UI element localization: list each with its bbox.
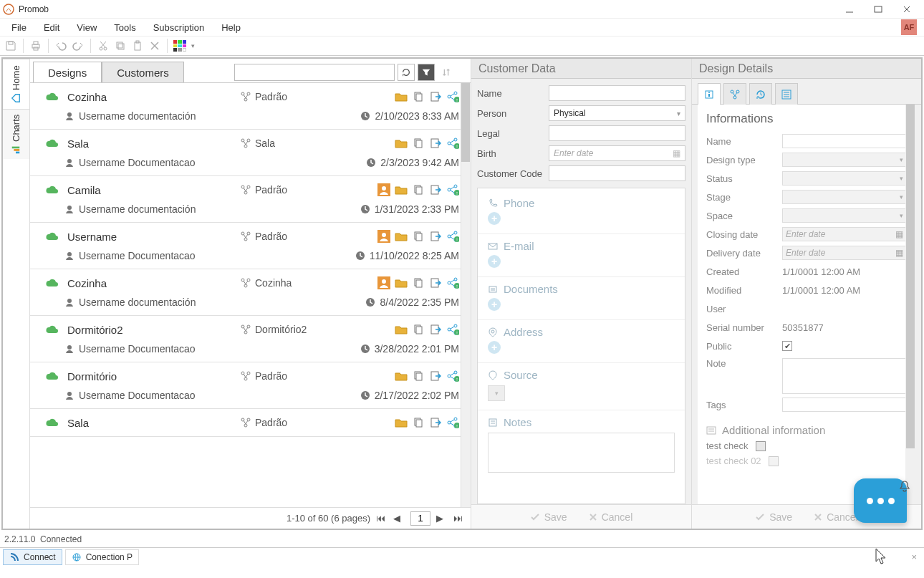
- d-field-type[interactable]: [782, 153, 907, 167]
- copy-page-icon[interactable]: [412, 230, 425, 243]
- pager-next[interactable]: ▶: [436, 513, 448, 524]
- bottom-close-button[interactable]: ×: [907, 551, 921, 562]
- customer-cancel-button[interactable]: Cancel: [589, 511, 633, 523]
- menu-help[interactable]: Help: [213, 19, 249, 36]
- folder-icon[interactable]: [395, 323, 408, 336]
- share-icon[interactable]: ↑: [446, 416, 459, 429]
- add-phone-button[interactable]: +: [488, 212, 501, 225]
- d-field-tags[interactable]: [782, 398, 907, 412]
- menu-tools[interactable]: Tools: [105, 19, 144, 36]
- side-tab-charts[interactable]: Charts: [3, 109, 29, 159]
- color-palette-icon[interactable]: [172, 38, 188, 54]
- share-icon[interactable]: ↑: [446, 276, 459, 289]
- design-item[interactable]: SalaPadrão↑: [30, 409, 471, 437]
- export-icon[interactable]: [429, 230, 442, 243]
- export-icon[interactable]: [429, 370, 442, 382]
- bell-icon[interactable]: [898, 480, 911, 493]
- folder-icon[interactable]: [395, 90, 408, 103]
- details-tab-history[interactable]: [749, 83, 772, 105]
- pager-last[interactable]: ⏭: [453, 513, 465, 524]
- design-item[interactable]: CamilaPadrão↑Username documentación1/31/…: [30, 176, 471, 223]
- design-item[interactable]: UsernamePadrão↑Username Documentacao11/1…: [30, 223, 471, 269]
- design-item[interactable]: CozinhaPadrão↑Username documentación2/10…: [30, 83, 471, 130]
- pager-first[interactable]: ⏮: [376, 513, 388, 524]
- dropdown-icon[interactable]: ▾: [189, 38, 196, 54]
- export-icon[interactable]: [429, 90, 442, 103]
- copy-page-icon[interactable]: [412, 323, 425, 336]
- add-address-button[interactable]: +: [488, 341, 501, 354]
- folder-icon[interactable]: [395, 183, 408, 196]
- export-icon[interactable]: [429, 137, 442, 150]
- check-2-box[interactable]: [769, 456, 779, 466]
- d-field-closing[interactable]: Enter date: [782, 227, 907, 241]
- menu-subscription[interactable]: Subscription: [145, 19, 213, 36]
- source-select[interactable]: ▾: [488, 385, 505, 401]
- window-minimize-button[interactable]: [835, 1, 864, 18]
- copy-page-icon[interactable]: [412, 416, 425, 429]
- share-icon[interactable]: ↑: [446, 230, 459, 243]
- delete-icon[interactable]: [147, 38, 163, 54]
- menu-file[interactable]: File: [3, 19, 35, 36]
- window-maximize-button[interactable]: [864, 1, 892, 18]
- field-name[interactable]: [549, 85, 685, 101]
- folder-icon[interactable]: [395, 276, 408, 289]
- undo-icon[interactable]: [53, 38, 69, 54]
- list-scrollbar[interactable]: [461, 83, 471, 507]
- customer-save-button[interactable]: Save: [530, 511, 567, 523]
- pager-page-input[interactable]: [410, 511, 430, 526]
- user-avatar[interactable]: AF: [901, 19, 917, 35]
- notes-textarea[interactable]: [488, 433, 675, 473]
- field-legal[interactable]: [549, 125, 685, 141]
- tab-customers[interactable]: Customers: [102, 62, 184, 82]
- paste-icon[interactable]: [130, 38, 145, 54]
- print-icon[interactable]: [28, 38, 44, 54]
- side-tab-home[interactable]: Home: [3, 59, 29, 109]
- redo-icon[interactable]: [70, 38, 86, 54]
- d-checkbox-public[interactable]: ✔: [782, 341, 792, 351]
- field-person[interactable]: Physical: [549, 105, 685, 121]
- bottom-conection-tab[interactable]: Conection P: [65, 549, 139, 565]
- details-scrollbar[interactable]: [905, 105, 915, 504]
- share-icon[interactable]: ↑: [446, 90, 459, 103]
- d-field-stage[interactable]: [782, 190, 907, 204]
- details-save-button[interactable]: Save: [755, 511, 792, 523]
- d-field-name[interactable]: [782, 134, 907, 148]
- share-icon[interactable]: ↑: [446, 137, 459, 150]
- copy-page-icon[interactable]: [412, 183, 425, 196]
- add-email-button[interactable]: +: [488, 255, 501, 268]
- search-input[interactable]: [234, 64, 395, 81]
- field-birth[interactable]: Enter date: [549, 145, 685, 161]
- save-icon[interactable]: [3, 38, 19, 54]
- share-icon[interactable]: ↑: [446, 323, 459, 336]
- d-field-space[interactable]: [782, 208, 907, 223]
- cut-icon[interactable]: [95, 38, 111, 54]
- refresh-button[interactable]: [398, 64, 415, 81]
- check-1-box[interactable]: [756, 441, 766, 451]
- design-item[interactable]: CozinhaCozinha↑Username documentación8/4…: [30, 269, 471, 316]
- add-document-button[interactable]: +: [488, 298, 501, 311]
- filter-button[interactable]: [418, 64, 435, 81]
- d-field-delivery[interactable]: Enter date: [782, 246, 907, 260]
- design-item[interactable]: DormitórioPadrão↑Username Documentacao2/…: [30, 362, 471, 409]
- copy-page-icon[interactable]: [412, 276, 425, 289]
- copy-icon[interactable]: [112, 38, 128, 54]
- window-close-button[interactable]: [892, 1, 921, 18]
- pager-prev[interactable]: ◀: [393, 513, 405, 524]
- design-item[interactable]: Dormitório2Dormitório2↑Username Document…: [30, 316, 471, 362]
- menu-edit[interactable]: Edit: [35, 19, 68, 36]
- bottom-connect-tab[interactable]: Connect: [3, 549, 62, 565]
- copy-page-icon[interactable]: [412, 137, 425, 150]
- design-item[interactable]: SalaSala↑Username Documentacao2/3/2023 9…: [30, 130, 471, 176]
- d-field-status[interactable]: [782, 171, 907, 186]
- export-icon[interactable]: [429, 276, 442, 289]
- sort-button[interactable]: [438, 64, 455, 81]
- copy-page-icon[interactable]: [412, 370, 425, 382]
- folder-icon[interactable]: [395, 137, 408, 150]
- d-field-note[interactable]: [782, 358, 907, 394]
- copy-page-icon[interactable]: [412, 90, 425, 103]
- export-icon[interactable]: [429, 416, 442, 429]
- share-icon[interactable]: ↑: [446, 370, 459, 382]
- share-icon[interactable]: ↑: [446, 183, 459, 196]
- folder-icon[interactable]: [395, 416, 408, 429]
- details-tab-list[interactable]: [775, 83, 798, 105]
